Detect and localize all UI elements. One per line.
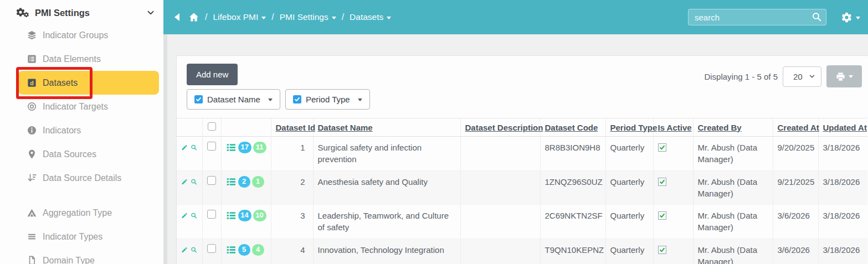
checkbox-checked-icon[interactable] (194, 95, 203, 103)
edit-icon[interactable] (181, 143, 188, 152)
cell-dataset-id: 1 (271, 137, 313, 171)
sidebar-item-indicator-targets[interactable]: Indicator Targets (0, 95, 163, 118)
cell-dataset-id: 4 (271, 239, 313, 264)
header-badges (221, 118, 271, 137)
cell-dataset-name: Innovation, Technology Integration (313, 239, 460, 264)
filter-dataset-name[interactable]: Dataset Name (187, 89, 280, 110)
header-dataset-name[interactable]: Dataset Name (313, 118, 460, 137)
header-created-at[interactable]: Created At (773, 118, 818, 137)
sidebar-item-label: Indicator Targets (43, 102, 108, 112)
header-created-by[interactable]: Created By (693, 118, 773, 137)
cell-updated-at: 3/18/2026 (818, 137, 867, 171)
breadcrumb-bar: / Lifebox PMI / PMI Settings / Datasets (163, 0, 868, 34)
add-new-button[interactable]: Add new (187, 64, 238, 85)
cell-period-type: Quarterly (605, 170, 653, 205)
list-icon[interactable] (226, 142, 237, 153)
breadcrumb-separator: / (205, 12, 207, 22)
cell-dataset-code: T9QN10KEPNZ (540, 239, 605, 264)
cell-dataset-code: 8R8B3ION9H8 (540, 137, 605, 171)
sidebar-item-datasets[interactable]: d Datasets (0, 71, 163, 95)
caret-down-icon (387, 17, 391, 19)
select-all-checkbox[interactable] (208, 122, 216, 131)
header-actions (177, 118, 202, 137)
sidebar-item-label: Data Source Details (43, 173, 121, 183)
sidebar-item-data-sources[interactable]: Data Sources (0, 142, 163, 166)
sidebar-item-indicators[interactable]: Indicators (0, 118, 163, 142)
header-updated-at[interactable]: Updated At (818, 118, 867, 137)
layers-icon (25, 30, 38, 41)
breadcrumb-datasets[interactable]: Datasets (350, 12, 391, 22)
data-elements-icon (25, 54, 38, 65)
home-icon[interactable] (188, 12, 199, 23)
header-period-type[interactable]: Period Type (605, 118, 653, 137)
cell-dataset-description (460, 239, 540, 264)
search-input[interactable] (688, 9, 826, 25)
filter-period-type[interactable]: Period Type (285, 89, 370, 110)
breadcrumb-pmi-settings[interactable]: PMI Settings (280, 12, 336, 22)
count-badge-green: 4 (252, 244, 264, 256)
page-size-select[interactable]: 20 (783, 66, 821, 87)
cell-dataset-id: 2 (271, 170, 313, 205)
sidebar-item-domain-type[interactable]: Domain Type (0, 249, 163, 264)
view-icon[interactable] (191, 211, 197, 220)
list-icon[interactable] (226, 177, 237, 187)
view-icon[interactable] (191, 245, 197, 255)
cell-period-type: Quarterly (605, 137, 653, 171)
sidebar-item-label: Indicator Groups (43, 30, 108, 40)
print-button[interactable] (826, 65, 862, 87)
gears-icon (16, 7, 31, 19)
info-icon (25, 125, 38, 136)
row-checkbox[interactable] (207, 210, 216, 219)
sidebar-header-pmi-settings[interactable]: PMI Settings (16, 4, 156, 21)
header-dataset-code[interactable]: Dataset Code (540, 118, 605, 137)
back-icon[interactable] (174, 13, 179, 21)
sidebar-item-label: Indicator Types (43, 232, 102, 242)
count-badge-blue: 14 (238, 210, 251, 221)
sidebar-menu: Indicator Groups Data Elements d Dataset… (0, 23, 163, 264)
header-dataset-id[interactable]: Dataset Id (271, 118, 313, 137)
cell-dataset-name: Leadership, Teamwork, and Culture of saf… (313, 205, 460, 239)
edit-icon[interactable] (181, 211, 188, 220)
settings-menu[interactable] (841, 12, 860, 23)
sidebar: PMI Settings Indicator Groups Data Eleme… (0, 0, 163, 264)
view-icon[interactable] (191, 143, 197, 152)
header-dataset-description[interactable]: Dataset Description (460, 118, 540, 137)
sidebar-item-data-source-details[interactable]: Data Source Details (0, 166, 163, 190)
row-checkbox[interactable] (207, 142, 216, 151)
caret-down-icon (849, 75, 853, 78)
header-is-active[interactable]: Is Active (653, 118, 693, 137)
sidebar-item-data-elements[interactable]: Data Elements (0, 47, 163, 71)
is-active-checkbox (658, 178, 666, 186)
count-badge-green: 1 (252, 176, 264, 188)
row-checkbox[interactable] (207, 176, 216, 185)
gear-icon (841, 12, 852, 23)
chevron-down-icon[interactable] (146, 8, 156, 18)
datasets-icon: d (25, 77, 38, 89)
cell-created-by: Mr. Abush (Data Manager) (693, 170, 773, 205)
caret-down-icon (332, 17, 336, 19)
list-icon[interactable] (226, 210, 237, 221)
displaying-text: Displaying 1 - 5 of 5 (704, 72, 778, 81)
cell-period-type: Quarterly (605, 239, 653, 264)
sidebar-item-indicator-groups[interactable]: Indicator Groups (0, 23, 163, 47)
page-size-value: 20 (793, 72, 803, 81)
list-icon[interactable] (226, 245, 237, 255)
breadcrumb-lifebox-pmi[interactable]: Lifebox PMI (213, 12, 266, 22)
table-row: 21 2 Anesthesia safety and Quality 1ZNQZ… (177, 170, 867, 205)
row-checkbox[interactable] (207, 244, 216, 253)
filter-row: Dataset Name Period Type (187, 89, 868, 110)
sidebar-item-label: Indicators (43, 126, 81, 136)
scrollbar[interactable] (163, 34, 167, 264)
sidebar-item-aggregation-type[interactable]: Aggregation Type (0, 201, 163, 225)
view-icon[interactable] (191, 177, 197, 187)
edit-icon[interactable] (181, 177, 188, 187)
header-select-all (202, 118, 221, 137)
caret-down-icon (856, 17, 860, 19)
edit-icon[interactable] (181, 245, 188, 255)
sidebar-item-indicator-types[interactable]: Indicator Types (0, 225, 163, 249)
checkbox-checked-icon[interactable] (293, 95, 301, 103)
cell-created-at: 3/6/2026 (773, 239, 818, 264)
main-panel: / Lifebox PMI / PMI Settings / Datasets (163, 0, 868, 264)
cell-created-by: Mr. Abush (Data Manager) (693, 239, 773, 264)
search-icon[interactable] (811, 12, 822, 22)
